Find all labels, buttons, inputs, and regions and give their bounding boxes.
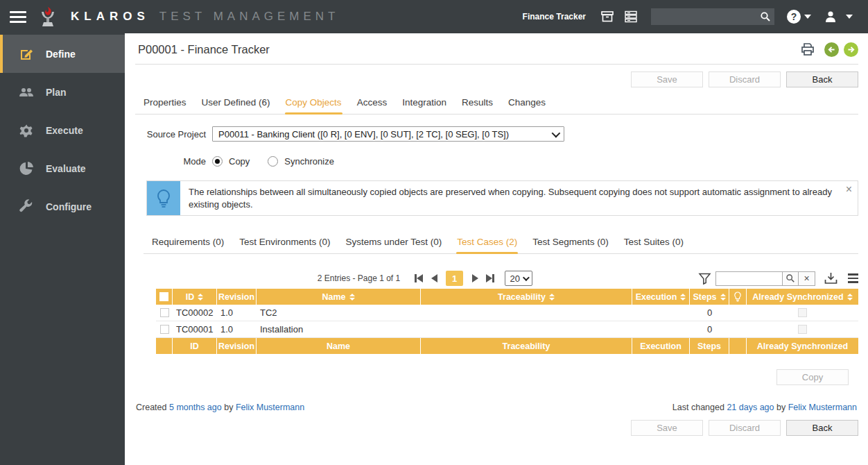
filter-icon[interactable]	[698, 272, 711, 285]
subtab-test-suites[interactable]: Test Suites (0)	[616, 231, 691, 253]
mode-synchronize-radio[interactable]: Synchronize	[268, 156, 334, 167]
sort-icon[interactable]	[680, 294, 686, 301]
column-header-hint[interactable]	[729, 289, 747, 305]
cell-steps: 0	[690, 324, 729, 335]
subtab-test-cases[interactable]: Test Cases (2)	[449, 231, 525, 253]
info-message-text: The relationships between all simultaneo…	[180, 181, 858, 215]
table-menu-icon[interactable]	[848, 273, 858, 283]
sort-icon[interactable]	[720, 294, 726, 301]
source-project-select[interactable]: P00011 - Banking Client ([0 R], [0 ENV],…	[212, 126, 564, 142]
hamburger-menu-icon[interactable]	[10, 11, 26, 23]
tab-changes[interactable]: Changes	[501, 92, 553, 114]
pie-chart-icon	[19, 161, 34, 176]
table-row[interactable]: TC00001 1.0 Installation 0	[156, 321, 858, 338]
changed-time-link[interactable]: 21 days ago	[727, 403, 774, 412]
archive-icon[interactable]	[600, 10, 614, 24]
sidebar-item-define[interactable]: Define	[0, 35, 125, 73]
cell-id: TC00002	[173, 307, 217, 318]
save-button[interactable]: Save	[631, 71, 703, 87]
column-header-id[interactable]: ID	[173, 289, 217, 305]
subtab-test-segments[interactable]: Test Segments (0)	[525, 231, 616, 253]
cell-id: TC00001	[173, 324, 217, 335]
tab-copy-objects[interactable]: Copy Objects	[278, 92, 349, 114]
changed-user-link[interactable]: Felix Mustermann	[788, 403, 857, 412]
tab-integration[interactable]: Integration	[394, 92, 454, 114]
main-tabs: Properties User Defined (6) Copy Objects…	[135, 92, 858, 115]
print-icon[interactable]	[800, 42, 815, 57]
sidebar-item-execute[interactable]: Execute	[0, 111, 125, 149]
tab-results[interactable]: Results	[454, 92, 501, 114]
last-page-icon[interactable]	[484, 272, 496, 285]
subtab-test-environments[interactable]: Test Environments (0)	[232, 231, 338, 253]
edit-icon	[19, 46, 34, 62]
sort-icon[interactable]	[198, 294, 203, 301]
cell-revision: 1.0	[217, 307, 257, 318]
sidebar-item-configure[interactable]: Configure	[0, 187, 125, 226]
footer-column-name: Name	[257, 338, 421, 354]
table-search-button[interactable]	[782, 271, 799, 286]
copy-button[interactable]: Copy	[776, 369, 849, 385]
table-filter-input[interactable]	[715, 271, 782, 286]
next-page-icon[interactable]	[469, 272, 481, 285]
subtab-requirements[interactable]: Requirements (0)	[144, 231, 232, 253]
page-size-select[interactable]: 20	[505, 271, 532, 286]
column-header-already-synchronized[interactable]: Already Synchronized	[747, 289, 858, 305]
current-page-button[interactable]: 1	[446, 271, 463, 286]
column-header-steps[interactable]: Steps	[690, 289, 729, 305]
close-icon[interactable]: ×	[846, 184, 852, 195]
navigate-forward-icon[interactable]	[844, 42, 858, 57]
table-toolbar: 2 Entries - Page 1 of 1 1 20	[156, 269, 858, 287]
page-title: P00001 - Finance Tracker	[138, 43, 800, 56]
mode-copy-radio[interactable]: Copy	[212, 156, 250, 167]
select-all-checkbox[interactable]	[159, 292, 168, 301]
brand-name: KLAROS	[71, 10, 150, 24]
column-header-execution[interactable]: Execution	[632, 289, 690, 305]
help-icon[interactable]: ?	[787, 10, 801, 24]
back-button[interactable]: Back	[786, 420, 858, 436]
search-icon[interactable]	[760, 11, 771, 22]
column-header-traceability[interactable]: Traceability	[421, 289, 632, 305]
user-chevron-down-icon[interactable]	[846, 15, 853, 19]
row-checkbox[interactable]	[160, 325, 169, 334]
table-clear-filter-button[interactable]: ×	[799, 271, 815, 286]
created-user-link[interactable]: Felix Mustermann	[236, 403, 304, 412]
discard-button[interactable]: Discard	[709, 420, 781, 436]
export-download-icon[interactable]	[824, 271, 838, 286]
help-chevron-down-icon[interactable]	[804, 15, 811, 19]
created-time-link[interactable]: 5 months ago	[169, 403, 222, 412]
tab-user-defined[interactable]: User Defined (6)	[194, 92, 278, 114]
server-icon[interactable]	[624, 10, 638, 24]
sort-icon[interactable]	[549, 294, 555, 301]
current-project-label[interactable]: Finance Tracker	[523, 12, 586, 22]
chevron-down-icon	[552, 128, 561, 137]
source-project-selected-value: P00011 - Banking Client ([0 R], [0 ENV],…	[218, 129, 548, 140]
discard-button[interactable]: Discard	[709, 71, 781, 87]
sort-icon[interactable]	[847, 294, 853, 301]
row-checkbox[interactable]	[160, 308, 169, 317]
tab-properties[interactable]: Properties	[136, 92, 194, 114]
radio-unselected-icon[interactable]	[268, 156, 278, 167]
column-header-revision[interactable]: Revision	[217, 289, 257, 305]
mode-synchronize-label: Synchronize	[284, 156, 334, 167]
radio-selected-icon[interactable]	[212, 156, 223, 167]
tab-access[interactable]: Access	[349, 92, 395, 114]
navigate-back-icon[interactable]	[824, 42, 839, 57]
brand-subtitle: TEST MANAGEMENT	[159, 10, 340, 24]
sort-icon[interactable]	[349, 294, 355, 301]
cell-steps: 0	[690, 307, 729, 318]
save-button[interactable]: Save	[631, 420, 703, 436]
table-row[interactable]: TC00002 1.0 TC2 0	[156, 305, 858, 321]
back-button[interactable]: Back	[786, 71, 858, 87]
chevron-down-icon	[523, 274, 530, 281]
already-synchronized-checkbox	[798, 308, 807, 317]
sidebar-item-evaluate[interactable]: Evaluate	[0, 149, 125, 187]
sidebar-item-label: Evaluate	[46, 163, 86, 174]
subtab-systems-under-test[interactable]: Systems under Test (0)	[338, 231, 450, 253]
global-search-input[interactable]	[651, 12, 760, 22]
user-icon[interactable]	[824, 10, 837, 24]
first-page-icon[interactable]	[413, 272, 425, 285]
previous-page-icon[interactable]	[428, 272, 440, 285]
column-header-name[interactable]: Name	[257, 289, 421, 305]
sidebar-item-plan[interactable]: Plan	[0, 73, 125, 111]
footer-column-hint	[729, 338, 747, 354]
